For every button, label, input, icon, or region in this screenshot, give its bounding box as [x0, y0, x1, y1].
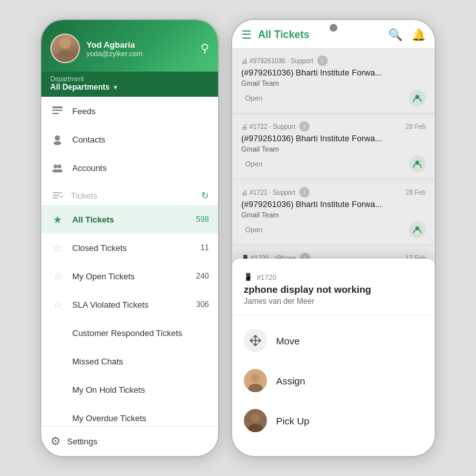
hamburger-icon[interactable]: ☰ [241, 28, 252, 42]
sla-violated-label: SLA Violated Tickets [72, 300, 188, 310]
left-header: Yod Agbaria yoda@zylker.com ⚲ [41, 20, 218, 72]
ticket-subject: (#979261036) Bharti Institute Forwa... [241, 68, 426, 77]
search-icon-right[interactable]: 🔍 [388, 28, 402, 42]
sidebar-item-accounts[interactable]: Accounts [41, 154, 218, 182]
sidebar-item-customer-responded[interactable]: Customer Responded Tickets [41, 319, 218, 347]
svg-point-26 [251, 373, 260, 382]
overdue-label: My Overdue Tickets [72, 413, 209, 423]
svg-point-7 [54, 164, 57, 168]
customer-responded-label: Customer Responded Tickets [72, 328, 209, 338]
feeds-label: Feeds [72, 106, 209, 116]
ticket-top: 🖨 #979261036 · Support 1 [241, 55, 426, 66]
nav-list: Feeds Contacts Accounts [41, 97, 218, 430]
ticket-item[interactable]: 🖨 #1722 · Support 1 28 Feb (#979261036) … [232, 115, 435, 179]
svg-point-5 [55, 135, 60, 141]
missed-chats-label: Missed Chats [72, 357, 209, 366]
blank-icon4 [50, 411, 64, 425]
all-tickets-badge: 598 [196, 215, 209, 224]
ticket-icon: 📱 [244, 273, 253, 281]
svg-point-0 [59, 37, 71, 48]
department-bar[interactable]: Department All Departments ▼ [41, 72, 218, 97]
chevron-down-icon: ▼ [112, 84, 119, 91]
ticket-from: Gmail Team [241, 145, 426, 153]
svg-point-29 [251, 413, 260, 422]
ticket-top: 🖨 #1721 · Support 1 28 Feb [241, 187, 426, 197]
my-open-tickets-label: My Open Tickets [72, 272, 188, 281]
ticket-subject: (#979261036) Bharti Institute Forwa... [241, 134, 426, 143]
ticket-subject: (#979261036) Bharti Institute Forwa... [241, 199, 426, 209]
context-header: 📱 #1720 zphone display not working James… [232, 268, 435, 315]
sla-violated-badge: 306 [196, 300, 209, 309]
refresh-icon[interactable]: ↻ [201, 190, 209, 201]
star-outline-icon3: ☆ [50, 297, 64, 312]
sidebar-item-feeds[interactable]: Feeds [41, 97, 218, 125]
ticket-tag: 🖨 #1721 · Support [241, 189, 295, 196]
context-action-assign[interactable]: Assign [232, 361, 435, 401]
star-filled-icon: ★ [50, 212, 64, 226]
assign-icon[interactable] [409, 155, 426, 172]
assign-label: Assign [276, 375, 305, 386]
ticket-tag: 🖨 #979261036 · Support [241, 57, 313, 64]
context-action-move[interactable]: Move [232, 321, 435, 361]
sidebar-item-on-hold[interactable]: My On Hold Tickets [41, 375, 218, 404]
department-value: All Departments ▼ [50, 83, 119, 92]
user-name: Yod Agbaria [86, 40, 194, 50]
pickup-label: Pick Up [276, 415, 310, 426]
assign-icon[interactable] [409, 221, 426, 238]
feeds-icon [50, 104, 64, 118]
sidebar-item-my-open-tickets[interactable]: ☆ My Open Tickets 240 [41, 262, 218, 290]
header-icons: 🔍 🔔 [388, 28, 426, 42]
star-outline-icon: ☆ [50, 241, 64, 255]
sidebar-item-contacts[interactable]: Contacts [41, 125, 218, 154]
svg-point-8 [57, 164, 61, 168]
left-phone: Yod Agbaria yoda@zylker.com ⚲ Department… [40, 19, 219, 457]
ticket-list: 🖨 #979261036 · Support 1 (#979261036) Bh… [232, 49, 435, 450]
assign-icon[interactable] [409, 90, 426, 106]
blank-icon3 [50, 382, 64, 397]
context-subject: zphone display not working [244, 284, 423, 295]
on-hold-label: My On Hold Tickets [72, 385, 209, 395]
right-phone: ☰ All Tickets 🔍 🔔 🖨 #979261036 · Support… [231, 19, 436, 457]
settings-label: Settings [67, 437, 97, 446]
contacts-label: Contacts [72, 135, 209, 144]
sidebar-item-all-tickets[interactable]: ★ All Tickets 598 [41, 205, 218, 233]
accounts-label: Accounts [72, 163, 209, 173]
department-label: Department [50, 75, 119, 83]
svg-point-6 [54, 141, 61, 145]
move-label: Move [276, 335, 300, 346]
ticket-item[interactable]: 🖨 #979261036 · Support 1 (#979261036) Bh… [232, 49, 435, 114]
contacts-icon [50, 132, 64, 146]
assign-avatar-icon [244, 369, 267, 392]
svg-rect-4 [52, 113, 59, 114]
ticket-status: Open [241, 221, 426, 238]
search-icon[interactable]: ⚲ [201, 41, 209, 55]
accounts-icon [50, 161, 64, 175]
sidebar-item-closed-tickets[interactable]: ☆ Closed Tickets 11 [41, 233, 218, 262]
sidebar-item-missed-chats[interactable]: Missed Chats [41, 347, 218, 375]
all-tickets-label: All Tickets [72, 215, 188, 224]
user-email: yoda@zylker.com [86, 50, 194, 57]
tickets-section-icon [50, 188, 64, 203]
context-from: James van der Meer [244, 297, 423, 306]
unread-badge: 1 [299, 187, 310, 197]
ticket-status: Open [241, 90, 426, 106]
svg-point-10 [56, 170, 63, 173]
status-badge: Open [241, 159, 266, 168]
ticket-date: 28 Feb [406, 123, 426, 130]
tickets-section-header: Tickets ↻ [41, 182, 218, 205]
ticket-top: 🖨 #1722 · Support 1 28 Feb [241, 121, 426, 132]
ticket-date: 28 Feb [406, 189, 426, 196]
ticket-status: Open [241, 155, 426, 172]
ticket-item[interactable]: 🖨 #1721 · Support 1 28 Feb (#979261036) … [232, 181, 435, 245]
context-action-pickup[interactable]: Pick Up [232, 401, 435, 441]
tickets-section-label: Tickets [71, 191, 195, 201]
context-menu: 📱 #1720 zphone display not working James… [232, 259, 435, 450]
notch-right [330, 24, 337, 32]
context-ticket-id: 📱 #1720 [244, 273, 423, 281]
user-info: Yod Agbaria yoda@zylker.com [86, 40, 194, 57]
ticket-from: Gmail Team [241, 79, 426, 87]
unread-badge: 1 [299, 121, 310, 132]
settings-bar[interactable]: ⚙ Settings [41, 426, 218, 456]
sidebar-item-sla-violated[interactable]: ☆ SLA Violated Tickets 306 [41, 290, 218, 319]
bell-icon[interactable]: 🔔 [412, 28, 426, 42]
